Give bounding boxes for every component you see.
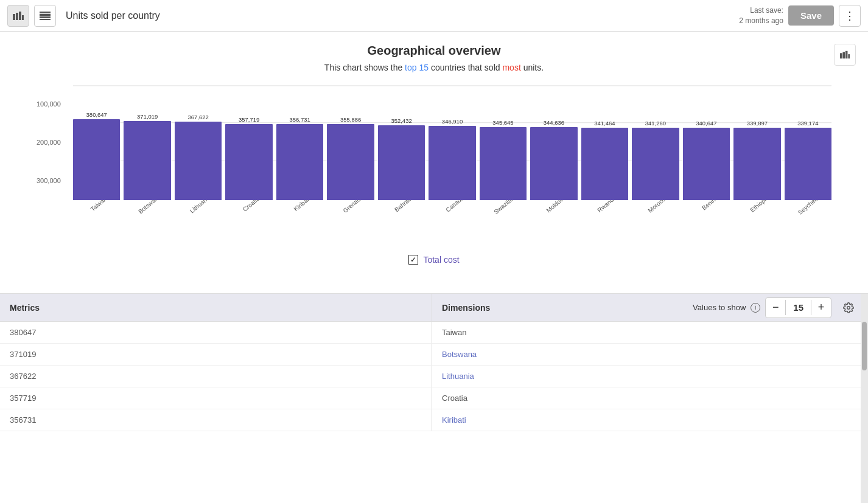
bottom-panel: Metrics 123 Total cost ≡ ⋮ SUM ▾ Dimensi…	[0, 293, 868, 503]
x-label-text: Swaziland	[492, 200, 525, 218]
page-title: Units sold per country	[66, 10, 734, 21]
metrics-title: Metrics	[10, 303, 40, 313]
bar-group: 341,464	[581, 120, 628, 200]
last-save-info: Last save: 2 months ago	[739, 5, 783, 26]
x-label-text: Seychelles	[797, 200, 830, 218]
bar-group: 367,622	[175, 114, 222, 200]
x-label-text: Ethiopia	[749, 200, 777, 218]
bar[interactable]	[581, 128, 628, 200]
metrics-header: Metrics	[0, 294, 432, 322]
svg-rect-1	[16, 13, 18, 20]
bar-group: 341,260	[632, 120, 679, 200]
x-label-text: Moldova	[545, 200, 573, 218]
x-label-item: Canada	[429, 200, 475, 218]
scrollbar-thumb[interactable]	[862, 322, 867, 370]
data-row: 380647 Taiwan	[0, 322, 861, 344]
bar-value: 345,645	[492, 119, 513, 126]
svg-rect-2	[19, 12, 21, 20]
bar-value: 340,647	[696, 120, 716, 127]
save-button[interactable]: Save	[788, 5, 834, 26]
x-label-item: Bahrain	[378, 200, 425, 218]
x-label-text: Grenada	[341, 200, 371, 218]
x-label-text: Morocco	[646, 200, 675, 218]
bar-value: 367,622	[188, 114, 209, 120]
bar-value: 339,897	[747, 120, 768, 127]
bar[interactable]	[175, 122, 222, 200]
bars-container: 380,647371,019367,622357,719356,731355,8…	[73, 85, 831, 200]
legend-checkbox[interactable]: ✓	[408, 255, 418, 265]
bar[interactable]	[378, 125, 425, 200]
values-to-show-label: Values to show	[693, 303, 746, 312]
bar[interactable]	[785, 128, 831, 200]
bar-value: 352,432	[391, 117, 411, 124]
bar-group: 352,432	[378, 117, 425, 200]
y-axis: 300,000 200,000 100,000	[37, 85, 61, 218]
x-label-item: Moldova	[530, 200, 577, 218]
x-label-item: Morocco	[632, 200, 679, 218]
bar-value: 380,647	[86, 111, 107, 118]
bar-group: 346,910	[429, 118, 475, 200]
scrollbar[interactable]	[861, 294, 868, 503]
chart-area: Geographical overview This chart shows t…	[0, 32, 868, 293]
x-label-item: Croatia	[225, 200, 272, 218]
bar[interactable]	[225, 124, 272, 200]
x-label-text: Benin	[701, 200, 724, 218]
chart-subtitle: This chart shows the top 15 countries th…	[24, 63, 844, 72]
chart-title: Geographical overview	[24, 44, 844, 58]
data-row: 356731 Kiribati	[0, 409, 861, 431]
bar-group: 357,719	[225, 116, 272, 200]
counter-value: 15	[785, 300, 811, 315]
chart-view-button[interactable]	[7, 5, 29, 27]
svg-rect-11	[848, 54, 850, 58]
bar[interactable]	[733, 128, 780, 200]
x-label-item: Ethiopia	[733, 200, 780, 218]
x-label-item: Lithuania	[175, 200, 222, 218]
bar-value: 355,886	[340, 116, 361, 123]
last-save-time: 2 months ago	[739, 16, 783, 26]
bar[interactable]	[632, 128, 679, 200]
bar[interactable]	[480, 127, 527, 200]
svg-rect-0	[13, 14, 15, 20]
x-label-item: Seychelles	[785, 200, 831, 218]
bar[interactable]	[276, 124, 323, 200]
bar[interactable]	[73, 119, 120, 200]
svg-rect-3	[22, 15, 24, 20]
bar[interactable]	[124, 121, 170, 200]
bar-group: 345,645	[480, 119, 527, 200]
dimensions-title: Dimensions	[442, 303, 490, 313]
bar-value: 346,910	[442, 118, 463, 125]
x-labels: TaiwanBotswanaLithuaniaCroatiaKiribatiGr…	[73, 200, 831, 218]
svg-rect-4	[40, 12, 51, 13]
bar-group: 344,636	[530, 119, 577, 200]
bar-value: 371,019	[137, 113, 158, 120]
svg-rect-8	[840, 53, 842, 58]
legend-label: Total cost	[423, 255, 459, 265]
bar-group: 356,731	[276, 116, 323, 200]
bar[interactable]	[327, 124, 374, 200]
table-view-button[interactable]	[34, 5, 56, 27]
svg-rect-7	[40, 19, 51, 20]
x-label-item: Grenada	[327, 200, 374, 218]
counter-plus-button[interactable]: +	[811, 298, 831, 317]
bar[interactable]	[429, 126, 475, 200]
chart-type-button[interactable]	[834, 44, 856, 66]
data-rows-container[interactable]: 380647 Taiwan 371019 Botswana 367622 Lit…	[0, 322, 861, 503]
counter-minus-button[interactable]: −	[766, 298, 785, 317]
x-label-text: Lithuania	[189, 200, 219, 218]
more-options-button[interactable]: ⋮	[839, 5, 861, 27]
bar[interactable]	[683, 128, 730, 200]
settings-icon[interactable]	[839, 298, 858, 317]
counter-control: − 15 +	[765, 297, 831, 318]
x-label-item: Botswana	[124, 200, 170, 218]
svg-point-15	[847, 306, 850, 309]
header: Units sold per country Last save: 2 mont…	[0, 0, 868, 32]
bar-value: 341,464	[594, 120, 615, 127]
bar[interactable]	[530, 127, 577, 200]
dimensions-header: Dimensions Values to show i − 15 +	[432, 294, 868, 322]
bar-group: 340,647	[683, 120, 730, 200]
chart-legend: ✓ Total cost	[24, 255, 844, 265]
x-label-item: Rwanda	[581, 200, 628, 218]
x-label-item: Swaziland	[480, 200, 527, 218]
x-label-item: Benin	[683, 200, 730, 218]
info-icon: i	[751, 303, 760, 313]
